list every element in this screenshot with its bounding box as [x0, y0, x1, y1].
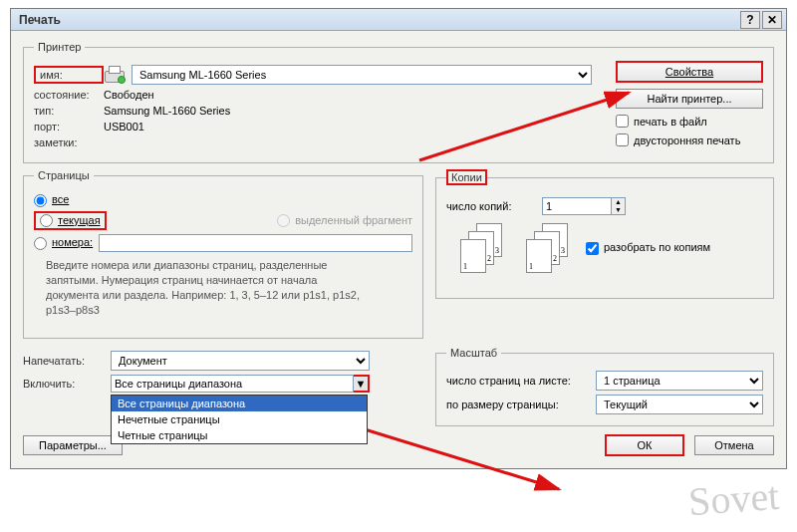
annotation-arrow	[360, 421, 569, 501]
copies-legend: Копии	[446, 169, 487, 185]
printer-type-label: тип:	[34, 105, 104, 117]
printer-port-value: USB001	[104, 121, 144, 133]
copies-count-input[interactable]	[542, 197, 612, 215]
watermark: Sovet	[686, 472, 780, 525]
print-what-label: Напечатать:	[23, 355, 111, 367]
printer-legend: Принтер	[34, 41, 85, 53]
pages-per-sheet-select[interactable]: 1 страница	[596, 371, 763, 391]
collate-preview-icon: 3 2 1	[454, 223, 504, 273]
print-dialog: Печать ? ✕ Принтер имя: Samsung ML-1660 …	[10, 8, 787, 469]
close-button[interactable]: ✕	[762, 11, 782, 29]
printer-state-label: состояние:	[34, 89, 104, 101]
pages-hint: Введите номера или диапазоны страниц, ра…	[46, 258, 365, 317]
dialog-title: Печать	[19, 13, 738, 27]
printer-group: Принтер имя: Samsung ML-1660 Series сост…	[23, 41, 774, 163]
scale-group: Масштаб число страниц на листе: 1 страни…	[435, 347, 774, 426]
include-select[interactable]	[111, 375, 354, 393]
cancel-button[interactable]: Отмена	[694, 435, 774, 455]
pages-group: Страницы все текущая выделенный фрагмент…	[23, 169, 423, 339]
parameters-button[interactable]: Параметры...	[23, 435, 123, 455]
printer-name-label: имя:	[34, 66, 104, 84]
printer-port-label: порт:	[34, 121, 104, 133]
print-what-select[interactable]: Документ	[111, 351, 370, 371]
printer-name-select[interactable]: Samsung ML-1660 Series	[132, 65, 592, 85]
printer-notes-label: заметки:	[34, 136, 104, 148]
fit-to-page-label: по размеру страницы:	[446, 399, 596, 410]
include-option[interactable]: Четные страницы	[112, 427, 367, 443]
include-option[interactable]: Все страницы диапазона	[112, 396, 367, 411]
duplex-checkbox[interactable]: двусторонняя печать	[616, 133, 763, 146]
copies-group: Копии число копий: ▲▼ 3 2 1 3	[435, 169, 774, 299]
copies-count-label: число копий:	[446, 200, 542, 212]
include-label: Включить:	[23, 378, 111, 390]
find-printer-button[interactable]: Найти принтер...	[616, 89, 763, 109]
pages-per-sheet-label: число страниц на листе:	[446, 375, 596, 387]
print-to-file-checkbox[interactable]: печать в файл	[616, 115, 763, 128]
include-option[interactable]: Нечетные страницы	[112, 411, 367, 427]
properties-button[interactable]: Свойства	[616, 61, 763, 83]
radio-selection: выделенный фрагмент	[277, 214, 412, 228]
collate-preview-icon: 3 2 1	[520, 223, 570, 273]
scale-legend: Масштаб	[446, 347, 501, 359]
help-button[interactable]: ?	[740, 11, 760, 29]
pages-legend: Страницы	[34, 169, 94, 181]
collate-checkbox[interactable]: разобрать по копиям	[586, 241, 710, 255]
radio-numbers[interactable]: номера:	[34, 236, 93, 250]
title-bar: Печать ? ✕	[11, 9, 786, 31]
printer-state-value: Свободен	[104, 89, 154, 101]
radio-all[interactable]: все	[34, 193, 69, 207]
printer-icon	[104, 66, 126, 84]
include-dropdown-list[interactable]: Все страницы диапазона Нечетные страницы…	[111, 395, 368, 444]
page-numbers-input[interactable]	[99, 234, 412, 252]
ok-button[interactable]: ОК	[605, 434, 684, 456]
fit-to-page-select[interactable]: Текущий	[596, 395, 763, 414]
printer-type-value: Samsung ML-1660 Series	[104, 105, 230, 117]
copies-spinner[interactable]: ▲▼	[612, 197, 626, 215]
dropdown-arrow-icon[interactable]: ▼	[354, 375, 370, 393]
radio-current[interactable]: текущая	[34, 211, 107, 231]
